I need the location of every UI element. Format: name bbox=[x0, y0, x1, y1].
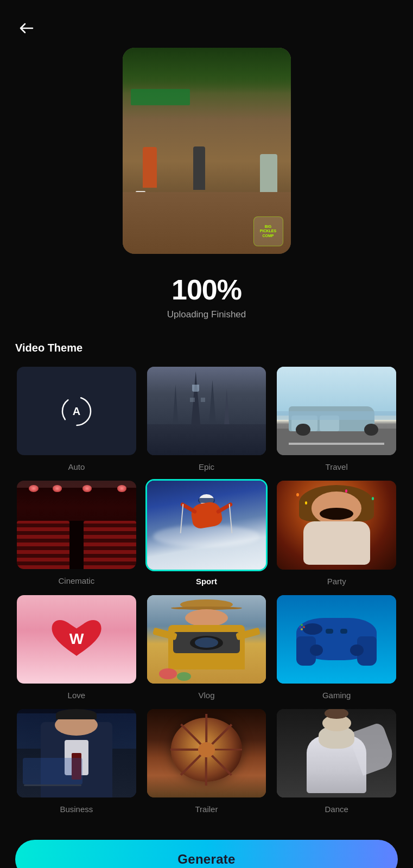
theme-thumb-gaming bbox=[275, 593, 398, 685]
theme-label-auto: Auto bbox=[68, 462, 85, 471]
theme-item-auto[interactable]: A Auto bbox=[15, 365, 138, 471]
theme-item-sport[interactable]: Sport bbox=[145, 479, 268, 585]
theme-item-love[interactable]: W Love bbox=[15, 593, 138, 700]
theme-label-vlog: Vlog bbox=[198, 691, 214, 700]
theme-grid: A Auto bbox=[15, 365, 398, 814]
theme-item-travel[interactable]: Travel bbox=[275, 365, 398, 471]
theme-item-vlog[interactable]: Vlog bbox=[145, 593, 268, 700]
progress-section: 100% Uploading Finished bbox=[0, 273, 413, 320]
theme-section: Video Theme A Auto bbox=[0, 320, 413, 814]
preview-image: BIGPICKLESCOMP bbox=[123, 48, 291, 254]
theme-thumb-auto: A bbox=[15, 365, 138, 457]
svg-text:A: A bbox=[73, 405, 80, 417]
svg-text:W: W bbox=[69, 629, 84, 647]
theme-item-dance[interactable]: Dance bbox=[275, 707, 398, 814]
theme-item-party[interactable]: Party bbox=[275, 479, 398, 585]
theme-label-trailer: Trailer bbox=[195, 805, 218, 814]
theme-thumb-sport bbox=[145, 479, 268, 571]
theme-label-dance: Dance bbox=[325, 805, 348, 814]
theme-item-epic[interactable]: Epic bbox=[145, 365, 268, 471]
generate-section: Generate bbox=[0, 814, 413, 868]
preview-container: BIGPICKLESCOMP bbox=[0, 0, 413, 254]
theme-label-cinematic: Cinematic bbox=[58, 576, 94, 585]
theme-label-love: Love bbox=[68, 691, 86, 700]
theme-label-party: Party bbox=[327, 577, 346, 586]
theme-thumb-cinematic bbox=[15, 479, 138, 571]
theme-thumb-epic bbox=[145, 365, 268, 457]
theme-thumb-travel bbox=[275, 365, 398, 457]
theme-label-sport: Sport bbox=[196, 577, 217, 586]
theme-thumb-love: W bbox=[15, 593, 138, 685]
theme-label-gaming: Gaming bbox=[322, 691, 351, 700]
theme-item-business[interactable]: Business bbox=[15, 707, 138, 814]
theme-label-business: Business bbox=[60, 805, 93, 814]
theme-thumb-vlog bbox=[145, 593, 268, 685]
back-button[interactable] bbox=[15, 17, 37, 39]
theme-thumb-business bbox=[15, 707, 138, 799]
theme-thumb-dance bbox=[275, 707, 398, 799]
watermark: BIGPICKLESCOMP bbox=[253, 216, 283, 246]
theme-item-trailer[interactable]: Trailer bbox=[145, 707, 268, 814]
theme-item-gaming[interactable]: Gaming bbox=[275, 593, 398, 700]
theme-label-travel: Travel bbox=[326, 462, 348, 471]
theme-thumb-party bbox=[275, 479, 398, 571]
generate-button[interactable]: Generate bbox=[15, 840, 398, 868]
theme-item-cinematic[interactable]: Cinematic bbox=[15, 479, 138, 585]
progress-percent: 100% bbox=[0, 273, 413, 306]
theme-thumb-trailer bbox=[145, 707, 268, 799]
theme-label-epic: Epic bbox=[199, 462, 214, 471]
theme-section-title: Video Theme bbox=[15, 342, 398, 354]
progress-label: Uploading Finished bbox=[0, 309, 413, 320]
